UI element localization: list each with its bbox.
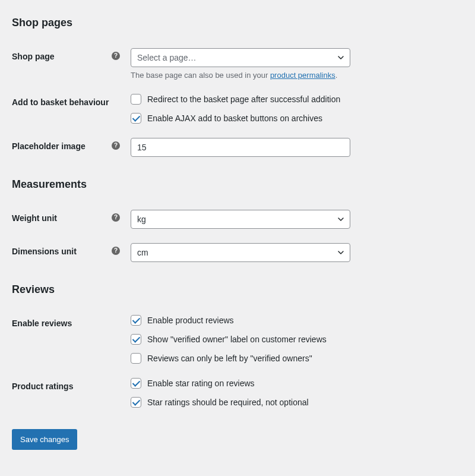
add-to-basket-label: Add to basket behaviour — [12, 97, 109, 107]
product-permalinks-link[interactable]: product permalinks — [270, 71, 335, 80]
shop-page-select[interactable]: Select a page… — [131, 48, 350, 67]
help-icon[interactable]: ? — [112, 52, 120, 60]
measurements-heading: Measurements — [12, 178, 463, 191]
dimensions-unit-select[interactable]: cm — [131, 243, 350, 262]
ajax-basket-checkbox[interactable] — [131, 113, 141, 124]
dimensions-unit-label: Dimensions unit — [12, 247, 77, 256]
shop-pages-heading: Shop pages — [12, 17, 463, 29]
shop-pages-table: Shop page ? Select a page… The base page… — [12, 41, 463, 164]
ajax-basket-label[interactable]: Enable AJAX add to basket buttons on arc… — [147, 114, 322, 123]
verified-owners-only-checkbox[interactable] — [131, 353, 141, 364]
help-icon[interactable]: ? — [112, 213, 120, 222]
measurements-table: Weight unit ? kg Dimensions unit ? cm — [12, 203, 463, 269]
placeholder-image-label: Placeholder image — [12, 141, 86, 151]
shop-page-description: The base page can also be used in your p… — [131, 71, 457, 80]
enable-reviews-label: Enable reviews — [12, 319, 72, 328]
save-button[interactable]: Save changes — [12, 429, 77, 450]
weight-unit-select[interactable]: kg — [131, 210, 350, 229]
redirect-basket-checkbox[interactable] — [131, 94, 141, 105]
reviews-heading: Reviews — [12, 283, 463, 296]
enable-product-reviews-label[interactable]: Enable product reviews — [147, 316, 234, 325]
help-icon[interactable]: ? — [112, 247, 120, 255]
help-icon[interactable]: ? — [112, 141, 120, 150]
verified-owner-label-checkbox[interactable] — [131, 334, 141, 345]
product-ratings-label: Product ratings — [12, 382, 73, 391]
star-rating-required-label[interactable]: Star ratings should be required, not opt… — [147, 398, 309, 407]
redirect-basket-label[interactable]: Redirect to the basket page after succes… — [147, 94, 340, 104]
placeholder-image-input[interactable] — [131, 138, 350, 157]
star-rating-required-checkbox[interactable] — [131, 397, 141, 408]
weight-unit-label: Weight unit — [12, 213, 57, 223]
verified-owner-label-label[interactable]: Show "verified owner" label on customer … — [147, 335, 327, 344]
enable-star-rating-checkbox[interactable] — [131, 378, 141, 389]
verified-owners-only-label[interactable]: Reviews can only be left by "verified ow… — [147, 354, 312, 363]
enable-star-rating-label[interactable]: Enable star rating on reviews — [147, 379, 255, 388]
enable-product-reviews-checkbox[interactable] — [131, 315, 141, 326]
reviews-table: Enable reviews Enable product reviews Sh… — [12, 308, 463, 415]
shop-page-label: Shop page — [12, 52, 55, 61]
